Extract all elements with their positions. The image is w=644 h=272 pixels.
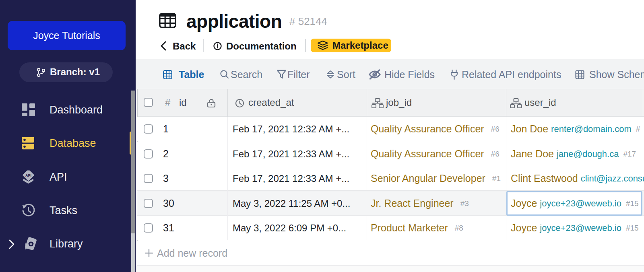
svg-text:API: API — [25, 173, 31, 177]
